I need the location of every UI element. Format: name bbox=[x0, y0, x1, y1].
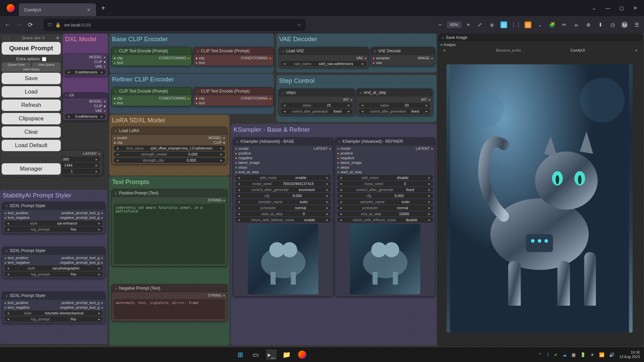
widget-return-noise[interactable]: return_with_leftover_noisedisable bbox=[337, 217, 433, 223]
node-styler-2[interactable]: SDXL Prompt Styler text_positivepositive… bbox=[2, 247, 105, 279]
widget-control[interactable]: control_after_generationfixed bbox=[281, 109, 353, 114]
battery-icon[interactable]: 🔋 bbox=[580, 352, 586, 357]
widget-log[interactable]: log_promptYes bbox=[4, 316, 103, 322]
widget-control[interactable]: control_after_generateincrement bbox=[235, 187, 331, 192]
node-ksampler-refiner[interactable]: KSampler (Advanced) - REFINER modelLATEN… bbox=[335, 137, 435, 297]
widget-strength-clip[interactable]: strength_clip0.000 bbox=[114, 158, 225, 163]
maximize-icon[interactable]: ▢ bbox=[620, 5, 624, 11]
task-view-icon[interactable]: ▭ bbox=[251, 349, 261, 360]
widget-ckpt-name[interactable]: 0.safetensors bbox=[65, 114, 106, 119]
zoom-level[interactable]: 80% bbox=[447, 21, 462, 28]
url-bar[interactable]: 🛡 🔓 vm.local:8189 ☆ bbox=[44, 19, 305, 31]
teams-icon[interactable]: ▦ bbox=[572, 352, 576, 357]
widget-scheduler[interactable]: schedulernormal bbox=[235, 205, 331, 210]
clipspace-button[interactable]: Clipspace bbox=[2, 113, 61, 124]
ext-icon-4[interactable]: ✂ bbox=[561, 21, 568, 28]
node-checkpoint-2[interactable]: ER MODEL CLIP VAE 0.safetensors bbox=[62, 93, 108, 121]
manager-button[interactable]: Manager bbox=[2, 163, 61, 175]
widget-end-step[interactable]: end_at_step10000 bbox=[337, 211, 433, 217]
minimize-icon[interactable]: — bbox=[605, 5, 610, 11]
node-vae-decode[interactable]: VAE Decode samplesIMAGE vae bbox=[370, 47, 435, 66]
bookmark-star-icon[interactable]: ☆ bbox=[297, 22, 301, 27]
volume-icon[interactable]: 🔊 bbox=[609, 352, 614, 357]
negative-prompt-text[interactable]: watermark, text, signature, mirror, fram… bbox=[114, 299, 225, 319]
widget-lora-name[interactable]: lora_namesdxl_offset_example-lora_1.0.sa… bbox=[114, 145, 225, 151]
bluetooth-icon[interactable]: ᛒ bbox=[547, 352, 549, 357]
node-styler-3[interactable]: SDXL Prompt Styler text_positivepositive… bbox=[2, 292, 105, 323]
forward-icon[interactable]: → bbox=[15, 21, 22, 28]
widget-vae-name[interactable]: vae_namesdxl_vae.safetensors bbox=[281, 61, 367, 66]
node-clip-encode-ref-1[interactable]: CLIP Text Encode (Prompt) clipCONDITIONI… bbox=[111, 87, 192, 106]
terminal-icon[interactable]: ▸_ bbox=[266, 349, 277, 360]
tray-chevron-icon[interactable]: ⌃ bbox=[538, 352, 542, 357]
reload-icon[interactable]: ⟳ bbox=[27, 21, 34, 28]
widget-strength-model[interactable]: strength_model0.000 bbox=[114, 152, 225, 157]
node-load-vae[interactable]: Load VAE VAE vae_namesdxl_vae.safetensor… bbox=[278, 47, 369, 68]
widget-value[interactable]: value25 bbox=[281, 103, 353, 108]
load-default-button[interactable]: Load Default bbox=[2, 140, 61, 151]
firefox-taskbar-icon[interactable] bbox=[297, 349, 308, 360]
node-positive-prompt[interactable]: Positive Prompt (Text) STRING cybernetic… bbox=[111, 189, 227, 266]
refresh-button[interactable]: Refresh bbox=[2, 100, 61, 111]
widget-cfg[interactable]: cfg8.000 bbox=[337, 193, 433, 198]
ext-icon-6[interactable]: ⊕ bbox=[585, 21, 592, 28]
save-button[interactable]: Save bbox=[2, 73, 61, 84]
view-queue-button[interactable]: View Queue bbox=[32, 62, 61, 67]
node-end-at-step[interactable]: end_at_step INT value20 control_after_ge… bbox=[356, 88, 433, 116]
pocket-icon[interactable]: ⌄ bbox=[537, 21, 543, 28]
ext-icon-5[interactable]: ∞ bbox=[573, 21, 580, 28]
queue-prompt-button[interactable]: Queue Prompt bbox=[2, 42, 61, 55]
load-button[interactable]: Load bbox=[2, 86, 61, 98]
drag-handle-icon[interactable]: ⋮⋮ bbox=[3, 36, 10, 40]
node-clip-encode-ref-2[interactable]: CLIP Text Encode (Prompt) clipCONDITIONI… bbox=[193, 87, 274, 106]
widget-log[interactable]: log_promptYes bbox=[4, 272, 103, 277]
widget-return-noise[interactable]: return_with_leftover_noiseenable bbox=[235, 217, 331, 223]
tabs-dropdown-icon[interactable]: ⌄ bbox=[592, 5, 596, 11]
start-icon[interactable]: ⊞ bbox=[235, 349, 246, 360]
widget-sampler[interactable]: sampler_nameeuler bbox=[337, 199, 433, 204]
explorer-icon[interactable]: 📁 bbox=[281, 349, 292, 360]
screenshot-icon[interactable]: ⤢ bbox=[476, 21, 483, 28]
widget-filename-prefix[interactable]: filename_prefixComfyUI bbox=[440, 48, 640, 53]
widget-log[interactable]: log_promptYes bbox=[4, 227, 103, 232]
widget-add-noise[interactable]: add_noiseenable bbox=[235, 175, 331, 180]
node-styler-1[interactable]: SDXL Prompt Styler text_positivepositive… bbox=[2, 202, 105, 234]
node-load-lora[interactable]: Load LoRA modelMODEL clipCLIP lora_names… bbox=[111, 127, 227, 165]
history-icon[interactable]: ◷ bbox=[609, 21, 616, 28]
node-clip-encode-base-1[interactable]: CLIP Text Encode (Prompt) clipCONDITIONI… bbox=[111, 47, 192, 66]
widget-add-noise[interactable]: add_noisedisable bbox=[337, 175, 433, 180]
widget-control[interactable]: control_after_generatefixed bbox=[337, 187, 433, 192]
security-icon[interactable]: ✔ bbox=[554, 352, 558, 357]
widget-style[interactable]: stylesai-enhance bbox=[4, 221, 103, 226]
widget-sampler[interactable]: sampler_nameeuler bbox=[235, 199, 331, 204]
widget-value[interactable]: value20 bbox=[359, 103, 430, 108]
new-tab-button[interactable]: + bbox=[101, 4, 105, 12]
onedrive-icon[interactable]: ☁ bbox=[562, 352, 567, 357]
positive-prompt-text[interactable]: cybernetic cat wears futuristic armor, i… bbox=[114, 204, 225, 264]
clear-button[interactable]: Clear bbox=[2, 126, 61, 138]
ext-icon-2[interactable]: ⋮⋮ bbox=[513, 21, 519, 28]
extensions-icon[interactable]: 🧩 bbox=[549, 21, 555, 28]
gear-icon[interactable]: ⚙ bbox=[56, 36, 59, 40]
widget-control[interactable]: control_after_generationfixed bbox=[359, 109, 430, 114]
brightness-icon[interactable]: ☀ bbox=[590, 352, 594, 357]
browser-tab[interactable]: ComfyUI ✕ bbox=[19, 3, 96, 16]
widget-cfg[interactable]: cfg8.000 bbox=[235, 193, 331, 198]
view-history-button[interactable]: View History bbox=[2, 67, 61, 72]
node-negative-prompt[interactable]: Negative Prompt (Text) STRING watermark,… bbox=[111, 284, 227, 321]
account-icon[interactable]: M bbox=[621, 21, 628, 28]
ublock-icon[interactable]: ◉ bbox=[488, 21, 495, 28]
node-steps[interactable]: steps INT value25 control_after_generati… bbox=[278, 88, 355, 116]
queue-front-button[interactable]: Queue Front bbox=[2, 62, 31, 67]
widget-seed[interactable]: noise_seed768102964137418 bbox=[235, 181, 331, 186]
widget-seed[interactable]: noise_seed0 bbox=[337, 181, 433, 186]
ext-icon-1[interactable]: ▦ bbox=[500, 21, 507, 28]
node-clip-encode-base-2[interactable]: CLIP Text Encode (Prompt) clipCONDITIONI… bbox=[193, 47, 274, 66]
node-save-image[interactable]: Save Image images filename_prefixComfyUI bbox=[438, 34, 643, 345]
widget-start-step[interactable]: start_at_step0 bbox=[235, 211, 331, 217]
widget-style[interactable]: stylefuturistic-biomechanical bbox=[4, 310, 103, 316]
wifi-icon[interactable]: 📶 bbox=[599, 352, 604, 357]
node-checkpoint-1[interactable]: MODEL CLIP VAE 0.safetensors bbox=[62, 54, 108, 76]
zoom-out-icon[interactable]: − bbox=[437, 21, 443, 28]
widget-ckpt-name[interactable]: 0.safetensors bbox=[65, 69, 106, 75]
